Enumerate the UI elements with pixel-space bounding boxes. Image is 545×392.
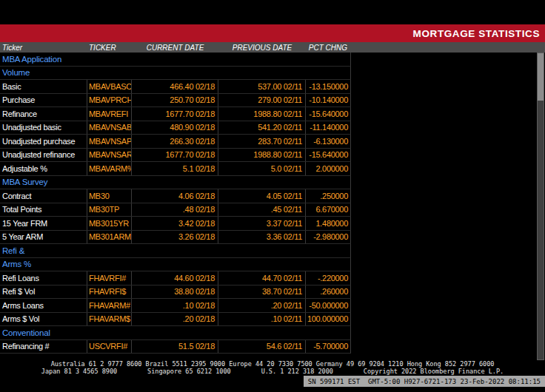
cell-pct-chng: 1.480000 [306,217,350,230]
cell-current-date: 44.60 02/18 [132,271,218,285]
cell-current-date: 266.30 02/18 [132,135,218,148]
table-row[interactable]: Adjustable %MBAVARM%5.1 02/185.0 02/112.… [0,162,351,176]
cell-current-date: 5.1 02/18 [132,162,218,175]
cell-ticker: MBAVNSAB [87,121,132,135]
cell-pct-chng: 100.000000 [306,313,350,326]
scrollbar-thumb[interactable] [538,53,544,101]
cell-current-date: .48 02/18 [132,203,218,217]
cell-current-date: .10 02/18 [132,299,218,312]
cell-current-date: 466.40 02/18 [132,80,218,93]
cell-ticker: MBAVARM% [87,162,132,175]
table-row[interactable]: Arms $ VolFHAVARM$.20 02/18.10 02/11100.… [0,313,351,327]
cell-previous-date: .45 02/11 [218,203,306,217]
section-row: MBA Application [0,53,351,67]
vertical-scrollbar[interactable] [537,53,544,360]
table-row[interactable]: RefinanceMBAVREFI1677.70 02/181988.80 02… [0,107,351,121]
cell-pct-chng: -13.150000 [306,80,350,93]
column-header-previous-date: PREVIOUS DATE [218,42,306,53]
table-row[interactable]: Refi $ VolFHAVRFI$38.80 02/1838.70 02/11… [0,285,351,300]
cell-ticker-name: 5 Year ARM [0,231,87,244]
cell-ticker-name: Arms Loans [0,299,87,312]
cell-ticker: FHAVRFI# [87,271,132,285]
cell-ticker: FHAVARM# [87,299,132,312]
cell-ticker-name: Purchase [0,94,87,107]
section-label: MBA Survey [0,178,47,186]
section-row: Volume [0,67,351,81]
cell-previous-date: 4.05 02/11 [218,189,306,203]
table-row[interactable]: Unadjusted refinanceMBAVNSAR1677.70 02/1… [0,149,351,163]
cell-previous-date: 44.70 02/11 [218,271,306,285]
cell-current-date: 3.26 02/18 [132,231,218,244]
cell-ticker-name: Refi $ Vol [0,285,87,299]
cell-pct-chng: .260000 [306,285,350,299]
footer-contact-line-1: Australia 61 2 9777 8600 Brazil 5511 239… [0,360,545,368]
cell-current-date: 38.80 02/18 [132,285,218,299]
table-body: MBA ApplicationVolumeBasicMBAVBASC466.40… [0,53,351,354]
cell-ticker-name: Contract [0,189,87,203]
cell-ticker-name: Refinance [0,107,87,121]
cell-pct-chng: -50.000000 [306,299,350,312]
cell-ticker: MB301ARM [87,231,132,244]
cell-ticker: MB30TP [87,203,132,217]
cell-current-date: 3.42 02/18 [132,217,218,230]
section-row: Arms % [0,258,351,272]
column-header-ticker-name: Ticker [0,42,87,53]
cell-ticker: MBAVNSAR [87,149,132,162]
cell-ticker: FHAVARM$ [87,313,132,326]
cell-ticker-name: Unadjusted refinance [0,149,87,162]
cell-pct-chng: -5.700000 [306,340,350,354]
cell-pct-chng: 2.000000 [306,162,350,175]
cell-ticker-name: Total Points [0,203,87,217]
cell-ticker: MBAVBASC [87,80,132,93]
cell-ticker-name: Basic [0,80,87,93]
cell-pct-chng: -10.140000 [306,94,350,107]
section-row: Refi & [0,244,351,258]
cell-previous-date: 38.70 02/11 [218,285,306,299]
cell-ticker-name: Refi Loans [0,271,87,285]
table-row[interactable]: ContractMB304.06 02/184.05 02/11.250000 [0,189,351,203]
table-row[interactable]: Refi LoansFHAVRFI#44.60 02/1844.70 02/11… [0,271,351,285]
cell-ticker: FHAVRFI$ [87,285,132,299]
cell-pct-chng: 6.670000 [306,203,350,217]
table-row[interactable]: 15 Year FRMMB3015YR3.42 02/183.37 02/111… [0,217,351,231]
table-row[interactable]: BasicMBAVBASC466.40 02/18537.00 02/11-13… [0,80,351,94]
cell-current-date: 480.90 02/18 [132,121,218,135]
cell-ticker-name: 15 Year FRM [0,217,87,230]
table-row[interactable]: PurchaseMBAVPRCH250.70 02/18279.00 02/11… [0,94,351,108]
title-bar: MORTGAGE STATISTICS [0,24,545,42]
cell-pct-chng: -.220000 [306,271,350,285]
section-row: MBA Survey [0,176,351,190]
cell-previous-date: 541.20 02/11 [218,121,306,135]
section-label: MBA Application [0,55,61,64]
table-row[interactable]: Unadjusted purchaseMBAVNSAP266.30 02/182… [0,135,351,149]
cell-ticker: MBAVPRCH [87,94,132,107]
cell-previous-date: 537.00 02/11 [218,80,306,93]
table-row[interactable]: Unadjusted basicMBAVNSAB480.90 02/18541.… [0,121,351,135]
cell-previous-date: 54.6 02/11 [218,340,306,354]
cell-ticker: MB30 [87,189,132,203]
cell-previous-date: .10 02/11 [218,313,306,326]
cell-previous-date: 279.00 02/11 [218,94,306,107]
cell-pct-chng: -2.980000 [306,231,350,244]
cell-pct-chng: .250000 [306,189,350,203]
cell-ticker-name: Arms $ Vol [0,313,87,326]
column-header-row: Ticker TICKER CURRENT DATE PREVIOUS DATE… [0,42,545,53]
cell-previous-date: .20 02/11 [218,299,306,312]
section-label: Conventional [0,328,50,337]
cell-previous-date: 1988.80 02/11 [218,107,306,121]
column-header-ticker: TICKER [87,42,132,53]
column-header-pct-chng: PCT CHNG [306,42,350,53]
table-row[interactable]: 5 Year ARMMB301ARM3.26 02/183.36 02/11-2… [0,231,351,245]
cell-current-date: 250.70 02/18 [132,94,218,107]
table-row[interactable]: Arms LoansFHAVARM#.10 02/18.20 02/11-50.… [0,299,351,313]
table-row[interactable]: Total PointsMB30TP.48 02/18.45 02/116.67… [0,203,351,217]
cell-pct-chng: -15.640000 [306,107,350,121]
cell-current-date: 1677.70 02/18 [132,107,218,121]
cell-current-date: .20 02/18 [132,313,218,326]
bloomberg-terminal-screen: MORTGAGE STATISTICS Ticker TICKER CURREN… [0,0,545,392]
table-row[interactable]: Refinancing #USCVRFI#51.5 02/1854.6 02/1… [0,340,351,354]
cell-ticker: MB3015YR [87,217,132,230]
cell-current-date: 4.06 02/18 [132,189,218,203]
cell-pct-chng: -11.140000 [306,121,350,135]
cell-previous-date: 5.0 02/11 [218,162,306,175]
